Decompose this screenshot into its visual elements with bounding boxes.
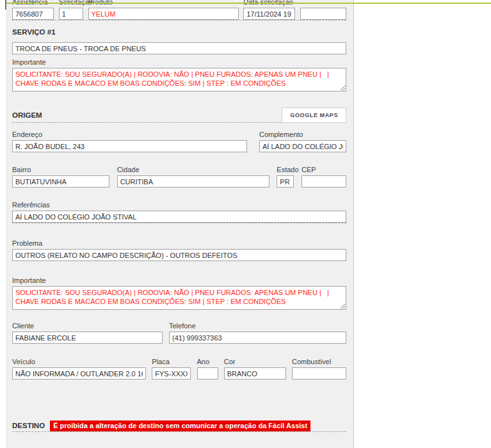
page: Assistência Solicitação Produto Data sol…: [0, 0, 491, 448]
cidade-label: Cidade: [117, 166, 270, 174]
estado-field-group: Estado: [277, 166, 294, 188]
left-border-fragment: [5, 0, 6, 10]
combustivel-field-group: Combustível: [292, 358, 346, 380]
endereco-field-group: Endereço: [12, 131, 247, 152]
produto-input[interactable]: [88, 8, 239, 20]
servico-importante-group: Importante SOLICITANTE: SOU SEGURADO(A) …: [12, 58, 346, 92]
complemento-input[interactable]: [259, 140, 346, 152]
telefone-input[interactable]: [169, 332, 346, 344]
origem-header-row: ORIGEM GOOGLE MAPS: [12, 108, 346, 122]
cliente-field-group: Cliente: [12, 322, 163, 344]
ano-label: Ano: [197, 358, 218, 366]
dashed-separator: [12, 431, 346, 432]
veiculo-field-group: Veículo: [12, 358, 146, 380]
servico-section-title: SERVIÇO #1: [12, 28, 346, 36]
destino-header-row: DESTINO É proibida a alteração de destin…: [12, 420, 346, 431]
assistance-form-panel: Assistência Solicitação Produto Data sol…: [6, 0, 354, 448]
cor-field-group: Cor: [224, 358, 286, 380]
data-solicitacao-input[interactable]: [243, 8, 295, 20]
bairro-row: Bairro Cidade Estado CEP: [12, 166, 346, 188]
servico-importante-textarea[interactable]: SOLICITANTE: SOU SEGURADO(A) | RODOVIA: …: [12, 68, 346, 92]
bairro-label: Bairro: [12, 166, 109, 174]
dashed-separator: [12, 223, 346, 223]
cep-label: CEP: [302, 166, 346, 174]
problema-label: Problema: [12, 239, 346, 248]
cep-field-group: CEP: [302, 166, 346, 188]
destino-section-title: DESTINO: [12, 422, 45, 430]
cor-input[interactable]: [224, 367, 286, 380]
google-maps-button[interactable]: GOOGLE MAPS: [282, 108, 346, 123]
endereco-row: Endereço Complemento: [12, 131, 346, 152]
destino-warning-banner: É proibida a alteração de destino sem co…: [50, 420, 310, 431]
dashed-separator: [12, 20, 346, 20]
origem-importante-label: Importante: [12, 276, 346, 285]
problema-field-group: Problema: [12, 239, 346, 261]
estado-label: Estado: [277, 166, 294, 174]
combustivel-label: Combustível: [292, 358, 346, 366]
servico-tipo-field-group: [12, 42, 346, 54]
veiculo-label: Veículo: [12, 358, 146, 366]
cliente-row: Cliente Telefone: [12, 322, 346, 344]
cidade-input[interactable]: [117, 175, 270, 188]
telefone-field-group: Telefone: [169, 322, 346, 344]
top-accent-line: [6, 3, 491, 4]
bairro-field-group: Bairro: [12, 166, 109, 188]
bairro-input[interactable]: [12, 175, 109, 188]
estado-input[interactable]: [277, 175, 294, 188]
placa-field-group: Placa: [152, 358, 191, 380]
referencias-label: Referências: [12, 201, 346, 209]
cep-input[interactable]: [302, 175, 346, 188]
referencias-field-group: Referências: [12, 201, 346, 223]
cor-label: Cor: [224, 358, 286, 366]
combustivel-input[interactable]: [292, 367, 346, 380]
servico-importante-label: Importante: [12, 58, 346, 67]
cliente-input[interactable]: [12, 332, 163, 344]
referencias-input[interactable]: [12, 211, 346, 223]
origem-importante-textarea[interactable]: SOLICITANTE: SOU SEGURADO(A) | RODOVIA: …: [12, 286, 346, 310]
telefone-label: Telefone: [169, 322, 346, 330]
ano-input[interactable]: [197, 367, 218, 380]
veiculo-input[interactable]: [12, 367, 146, 380]
endereco-input[interactable]: [12, 140, 247, 152]
endereco-label: Endereço: [12, 131, 247, 139]
cidade-field-group: Cidade: [117, 166, 270, 188]
placa-input[interactable]: [152, 367, 191, 380]
solicitacao-input[interactable]: [59, 8, 83, 20]
complemento-field-group: Complemento: [259, 131, 346, 152]
data-solicitacao-extra-input[interactable]: [300, 8, 346, 20]
servico-tipo-input[interactable]: [12, 42, 346, 54]
problema-input[interactable]: [12, 249, 346, 261]
cliente-label: Cliente: [12, 322, 163, 330]
placa-label: Placa: [152, 358, 191, 366]
assistencia-input[interactable]: [12, 8, 54, 20]
origem-section-title: ORIGEM: [12, 111, 42, 120]
origem-importante-group: Importante SOLICITANTE: SOU SEGURADO(A) …: [12, 276, 346, 310]
veiculo-row: Veículo Placa Ano Cor Combustível: [12, 358, 346, 380]
ano-field-group: Ano: [197, 358, 218, 380]
complemento-label: Complemento: [259, 131, 346, 139]
